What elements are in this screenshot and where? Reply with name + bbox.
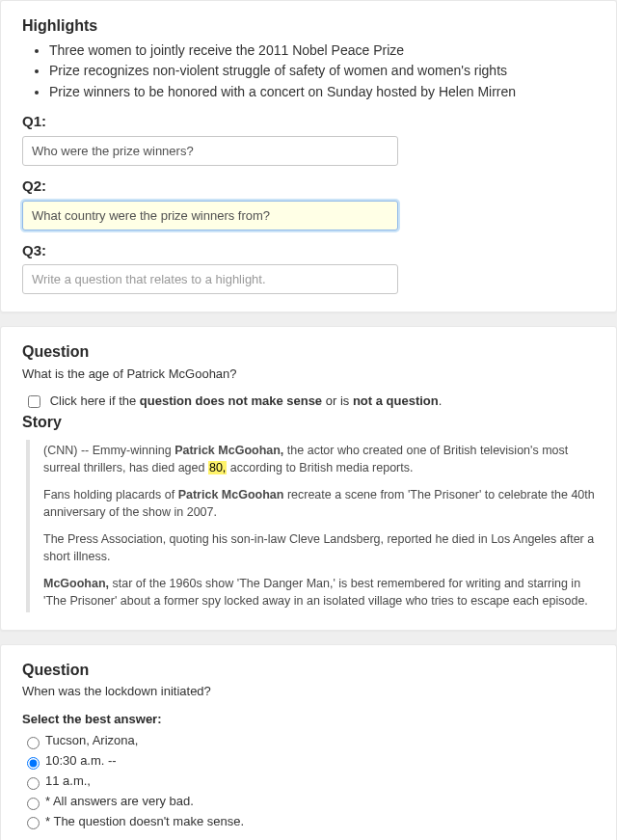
answer-option[interactable]: 10:30 a.m. -- [22,752,595,771]
story-para: McGoohan, star of the 1960s show 'The Da… [43,575,595,610]
answer-radio[interactable] [27,737,40,749]
check-strong-2: not a question [353,393,439,408]
answer-radio[interactable] [27,798,40,810]
question-title: Question [22,340,595,363]
invalid-question-checkbox[interactable] [28,395,40,408]
highlight-item: Three women to jointly receive the 2011 … [49,41,595,60]
question-text: What is the age of Patrick McGoohan? [22,366,595,384]
q3-label: Q3: [22,240,595,261]
story-card-2: Question When was the lockdown initiated… [0,644,617,840]
q1-input[interactable] [22,136,398,166]
answer-option-label: * All answers are very bad. [45,794,194,808]
q1-label: Q1: [22,111,595,132]
answer-option-label: * The question doesn't make sense. [45,814,244,828]
answer-option[interactable]: Tucson, Arizona, [22,732,595,750]
answer-radio[interactable] [27,777,40,790]
answer-radio[interactable] [27,757,40,770]
check-text-post: . [439,393,443,408]
answer-options: Tucson, Arizona, 10:30 a.m. -- 11 a.m., … [22,732,595,830]
highlight-item: Prize recognizes non-violent struggle of… [49,61,595,80]
answer-option-label: Tucson, Arizona, [45,733,138,747]
q2-input[interactable] [22,201,398,230]
answer-option[interactable]: * All answers are very bad. [22,793,595,811]
q2-label: Q2: [22,176,595,197]
highlights-title: Highlights [22,14,595,37]
story-para: Fans holding placards of Patrick McGooha… [43,486,595,521]
invalid-question-check[interactable]: Click here if the question does not make… [24,393,442,408]
story-card-1: Question What is the age of Patrick McGo… [0,326,617,630]
highlights-list: Three women to jointly receive the 2011 … [22,41,595,101]
question-text: When was the lockdown initiated? [22,683,595,701]
check-strong-1: question does not make sense [140,393,322,408]
story-para: The Press Association, quoting his son-i… [43,530,595,565]
story-para: (CNN) -- Emmy-winning Patrick McGoohan, … [43,442,595,476]
answer-option[interactable]: * The question doesn't make sense. [22,813,595,831]
answer-radio[interactable] [27,817,40,829]
answer-option[interactable]: 11 a.m., [22,772,595,791]
answer-option-label: 10:30 a.m. -- [45,753,117,768]
q3-input[interactable] [22,264,398,294]
highlight-item: Prize winners to be honored with a conce… [49,82,595,101]
highlighted-age: 80, [208,461,227,474]
question-title: Question [22,659,595,681]
check-text-pre: Click here if the [50,393,140,408]
highlights-card: Highlights Three women to jointly receiv… [0,0,617,312]
story-block: (CNN) -- Emmy-winning Patrick McGoohan, … [26,440,595,612]
answer-option-label: 11 a.m., [45,773,91,788]
story-title: Story [22,411,595,433]
select-answer-prompt: Select the best answer: [22,711,595,729]
check-text-mid: or is [322,393,353,408]
